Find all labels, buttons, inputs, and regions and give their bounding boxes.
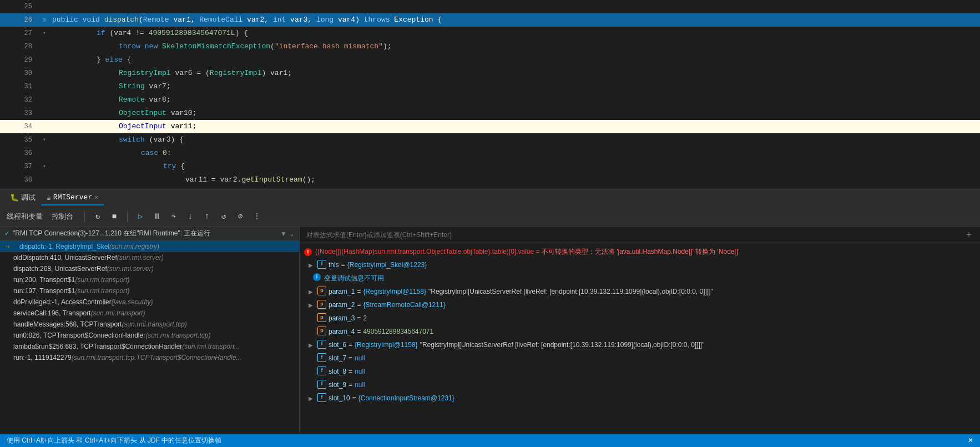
rerun-button[interactable]: ↻ <box>92 210 104 223</box>
thread-frame-run-200[interactable]: run:200, Transport$1 (sun.rmi.transport) <box>0 274 299 285</box>
step-out-button[interactable]: ↑ <box>201 210 213 223</box>
var-param3[interactable]: ▶ p param_3 = 2 <box>300 312 980 325</box>
add-expression-button[interactable]: ＋ <box>964 229 973 240</box>
debug-toolbar: 线程和变量 控制台 ↻ ■ ▷ ⏸ ↷ ↓ ↑ ↺ ⊘ ⋮ <box>0 207 980 227</box>
var-slot8-expand: ▶ <box>309 366 315 376</box>
thread-frame-service-call[interactable]: serviceCall:196, Transport (sun.rmi.tran… <box>0 308 299 319</box>
line-gutter-25: 25 <box>0 0 39 13</box>
line-num-30: 30 <box>12 67 37 80</box>
var-param2-expand[interactable]: ▶ <box>309 300 315 309</box>
code-line-28: 28 throw new SkeletonMismatchException("… <box>0 40 980 53</box>
var-slot9[interactable]: ▶ f slot_9 = null <box>300 378 980 391</box>
status-hint-text: 使用 Ctrl+Alt+向上箭头 和 Ctrl+Alt+向下箭头 从 JDF 中… <box>7 436 221 445</box>
var-slot7-eq: = <box>348 353 352 363</box>
resume-button[interactable]: ▷ <box>134 210 147 223</box>
line-num-31: 31 <box>12 80 37 93</box>
line-content-36: case 0: <box>50 147 980 160</box>
var-param1-expand[interactable]: ▶ <box>309 287 315 296</box>
step-over-button[interactable]: ↷ <box>168 210 180 223</box>
var-param4-expand: ▶ <box>309 327 315 336</box>
field-icon-this: f <box>317 260 326 269</box>
var-info-text: 变量调试信息不可用 <box>324 273 384 283</box>
var-error-text: ((Node[])(HashMap)sun.rmi.transport.Obje… <box>315 247 739 257</box>
expression-input[interactable] <box>306 231 964 239</box>
line-content-31: String var7; <box>50 80 980 93</box>
tab-close-button[interactable]: ✕ <box>94 193 98 202</box>
var-this-val: {RegistryImpl_Skel@1223} <box>347 260 427 270</box>
step-into-button[interactable]: ↓ <box>184 210 196 223</box>
more-button[interactable]: ⋮ <box>251 210 263 223</box>
var-param2-eq: = <box>357 300 361 310</box>
thread-frame-dispatch-268[interactable]: dispatch:268, UnicastServerRef (sun.rmi.… <box>0 263 299 274</box>
frame-run-826-pkg: (sun.rmi.transport.tcp) <box>145 332 210 339</box>
pause-button[interactable]: ⏸ <box>151 210 163 223</box>
var-slot6[interactable]: ▶ f slot_6 = {RegistryImpl@1158} "Regist… <box>300 338 980 351</box>
var-slot10[interactable]: ▶ f slot_10 = {ConnectionInputStream@123… <box>300 391 980 405</box>
var-this[interactable]: ▶ f this = {RegistryImpl_Skel@1223} <box>300 258 980 272</box>
toolbar-section-console: 控制台 <box>52 212 78 222</box>
frame-dispatch-label: dispatch:-1, RegistryImpl_Skel <box>19 243 109 250</box>
frame-do-privileged-pkg: (java.security) <box>112 298 153 306</box>
var-slot6-suffix: "RegistryImpl[UnicastServerRef [liveRef:… <box>420 340 705 350</box>
variables-list: ! ((Node[])(HashMap)sun.rmi.transport.Ob… <box>300 243 980 434</box>
frame-handle-msgs-label: handleMessages:568, TCPTransport <box>13 320 122 328</box>
var-slot7[interactable]: ▶ f slot_7 = null <box>300 351 980 365</box>
field-icon-slot6: f <box>317 340 326 349</box>
line-content-38: var11 = var2.getInputStream(); <box>50 173 980 187</box>
var-this-eq: = <box>341 260 345 270</box>
expression-input-bar: ＋ <box>300 227 980 243</box>
thread-frame-lambda[interactable]: lambda$run$256:683, TCPTransport$Connect… <box>0 341 299 352</box>
rollback-button[interactable]: ↺ <box>218 210 230 223</box>
var-slot8[interactable]: ▶ f slot_8 = null <box>300 365 980 378</box>
thread-running-header[interactable]: ✓ "RMI TCP Connection(3)-127...1,210 在组"… <box>0 227 299 241</box>
line-arrow-27: ▾ <box>39 27 50 40</box>
code-editor: 25 26 ⊙ public void dispatch(Remote var1… <box>0 0 980 189</box>
var-slot10-expand[interactable]: ▶ <box>309 393 315 403</box>
frame-lambda-pkg: (sun.rmi.transport... <box>182 343 240 350</box>
var-param3-name: param_3 <box>329 313 355 323</box>
field-icon-slot7: f <box>317 353 326 362</box>
thread-frame-run-1[interactable]: run:-1, 1119142279 (sun.rmi.transport.tc… <box>0 352 299 363</box>
var-slot7-val: null <box>355 353 365 363</box>
thread-dropdown-icon[interactable]: ⌄ <box>289 230 295 238</box>
thread-running-label: "RMI TCP Connection(3)-127...1,210 在组"RM… <box>13 229 210 238</box>
var-param1[interactable]: ▶ p param_1 = {RegistryImpl@1158} "Regis… <box>300 285 980 298</box>
code-line-29: 29 } else { <box>0 53 980 67</box>
tab-rmiserver-label: RMIServer <box>53 193 92 202</box>
line-num-27: 27 <box>12 27 37 40</box>
thread-frame-old-dispatch[interactable]: oldDispatch:410, UnicastServerRef (sun.r… <box>0 252 299 263</box>
tab-debug[interactable]: 🐛 调试 <box>4 190 41 206</box>
line-gutter-36: 36 <box>0 147 39 160</box>
thread-frame-run-197[interactable]: run:197, Transport$1 (sun.rmi.transport) <box>0 285 299 297</box>
thread-frame-run-826[interactable]: run0:826, TCPTransport$ConnectionHandler… <box>0 330 299 341</box>
param-icon-4: p <box>317 327 326 335</box>
var-param2-name: param_2 <box>329 300 355 310</box>
line-arrow-26: ⊙ <box>39 13 50 27</box>
line-num-35: 35 <box>12 133 37 147</box>
var-slot6-eq: = <box>348 340 352 350</box>
var-param1-suffix: "RegistryImpl[UnicastServerRef [liveRef:… <box>428 287 713 297</box>
thread-frame-do-privileged[interactable]: doPrivileged:-1, AccessController (java.… <box>0 297 299 308</box>
status-close-button[interactable]: ✕ <box>968 436 973 444</box>
var-param3-val: 2 <box>363 313 367 323</box>
var-param4[interactable]: ▶ p param_4 = 4905912898345647071 <box>300 325 980 338</box>
line-content-26: public void dispatch(Remote var1, Remote… <box>50 13 980 27</box>
rmi-icon: ☕ <box>47 193 51 202</box>
debug-icon: 🐛 <box>10 193 19 202</box>
stop-button[interactable]: ■ <box>108 210 120 223</box>
var-slot6-expand[interactable]: ▶ <box>309 340 315 349</box>
tab-rmiserver[interactable]: ☕ RMIServer ✕ <box>41 191 104 205</box>
thread-frame-dispatch[interactable]: → dispatch:-1, RegistryImpl_Skel (sun.rm… <box>0 241 299 252</box>
thread-filter-icon[interactable]: ▼ <box>280 230 287 238</box>
var-this-expand[interactable]: ▶ <box>309 260 315 269</box>
line-gutter-37: 37 <box>0 160 39 173</box>
line-gutter-34: 34 <box>0 120 39 133</box>
var-slot9-val: null <box>355 380 365 390</box>
line-content-33: ObjectInput var10; <box>50 107 980 120</box>
frame-service-call-pkg: (sun.rmi.transport) <box>90 309 145 317</box>
clear-inline-button[interactable]: ⊘ <box>234 210 246 223</box>
var-param2[interactable]: ▶ p param_2 = {StreamRemoteCall@1211} <box>300 298 980 312</box>
thread-frame-handle-msgs[interactable]: handleMessages:568, TCPTransport (sun.rm… <box>0 319 299 330</box>
param-icon-2: p <box>317 300 326 309</box>
threads-panel: ✓ "RMI TCP Connection(3)-127...1,210 在组"… <box>0 227 300 434</box>
